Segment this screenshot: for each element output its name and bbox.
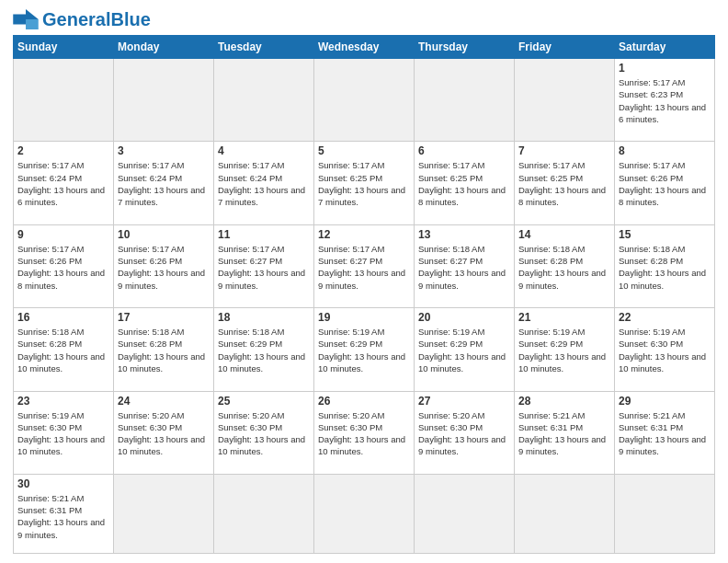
day-number: 4 (218, 144, 310, 157)
calendar-cell: 28Sunrise: 5:21 AM Sunset: 6:31 PM Dayli… (515, 391, 615, 474)
calendar-cell: 2Sunrise: 5:17 AM Sunset: 6:24 PM Daylig… (14, 142, 114, 224)
col-wednesday: Wednesday (314, 36, 415, 59)
calendar-cell: 12Sunrise: 5:17 AM Sunset: 6:27 PM Dayli… (314, 224, 415, 307)
day-info: Sunrise: 5:18 AM Sunset: 6:28 PM Dayligh… (518, 243, 610, 292)
day-info: Sunrise: 5:17 AM Sunset: 6:23 PM Dayligh… (619, 76, 711, 125)
day-info: Sunrise: 5:19 AM Sunset: 6:29 PM Dayligh… (518, 326, 610, 374)
day-number: 8 (619, 144, 711, 157)
calendar-cell: 1Sunrise: 5:17 AM Sunset: 6:23 PM Daylig… (615, 59, 715, 142)
calendar-cell: 9Sunrise: 5:17 AM Sunset: 6:26 PM Daylig… (14, 224, 114, 307)
day-number: 18 (218, 311, 310, 324)
day-number: 7 (518, 144, 610, 157)
calendar-cell: 19Sunrise: 5:19 AM Sunset: 6:29 PM Dayli… (314, 308, 415, 391)
day-info: Sunrise: 5:17 AM Sunset: 6:25 PM Dayligh… (318, 159, 410, 208)
calendar-cell: 17Sunrise: 5:18 AM Sunset: 6:28 PM Dayli… (114, 308, 214, 391)
calendar-cell (515, 59, 615, 142)
day-number: 3 (118, 144, 210, 157)
calendar-cell: 6Sunrise: 5:17 AM Sunset: 6:25 PM Daylig… (415, 142, 515, 224)
calendar-cell (515, 474, 615, 553)
day-info: Sunrise: 5:18 AM Sunset: 6:28 PM Dayligh… (17, 326, 109, 374)
day-info: Sunrise: 5:19 AM Sunset: 6:30 PM Dayligh… (17, 409, 109, 458)
day-info: Sunrise: 5:21 AM Sunset: 6:31 PM Dayligh… (619, 409, 711, 458)
calendar-cell (114, 59, 214, 142)
day-info: Sunrise: 5:21 AM Sunset: 6:31 PM Dayligh… (17, 492, 109, 541)
calendar-cell: 21Sunrise: 5:19 AM Sunset: 6:29 PM Dayli… (515, 308, 615, 391)
svg-marker-2 (26, 19, 39, 29)
day-number: 16 (17, 311, 109, 324)
day-info: Sunrise: 5:17 AM Sunset: 6:26 PM Dayligh… (118, 243, 210, 292)
day-number: 6 (418, 144, 510, 157)
calendar-cell: 29Sunrise: 5:21 AM Sunset: 6:31 PM Dayli… (615, 391, 715, 474)
day-info: Sunrise: 5:20 AM Sunset: 6:30 PM Dayligh… (118, 409, 210, 458)
calendar-cell (415, 474, 515, 553)
logo-general: General (42, 9, 110, 29)
calendar-cell: 3Sunrise: 5:17 AM Sunset: 6:24 PM Daylig… (114, 142, 214, 224)
svg-rect-0 (13, 15, 26, 25)
day-number: 10 (118, 228, 210, 241)
calendar-cell: 15Sunrise: 5:18 AM Sunset: 6:28 PM Dayli… (615, 224, 715, 307)
day-info: Sunrise: 5:18 AM Sunset: 6:28 PM Dayligh… (118, 326, 210, 374)
day-number: 21 (518, 311, 610, 324)
calendar-cell: 16Sunrise: 5:18 AM Sunset: 6:28 PM Dayli… (14, 308, 114, 391)
logo: GeneralBlue (13, 9, 151, 29)
calendar-cell: 22Sunrise: 5:19 AM Sunset: 6:30 PM Dayli… (615, 308, 715, 391)
page: GeneralBlue Sunday Monday Tuesday Wednes… (0, 0, 728, 563)
day-info: Sunrise: 5:17 AM Sunset: 6:25 PM Dayligh… (518, 159, 610, 208)
day-number: 30 (17, 477, 109, 490)
calendar-cell: 5Sunrise: 5:17 AM Sunset: 6:25 PM Daylig… (314, 142, 415, 224)
day-info: Sunrise: 5:18 AM Sunset: 6:28 PM Dayligh… (619, 243, 711, 292)
calendar-cell (615, 474, 715, 553)
logo-blue: Blue (110, 9, 150, 29)
calendar-cell: 7Sunrise: 5:17 AM Sunset: 6:25 PM Daylig… (515, 142, 615, 224)
day-info: Sunrise: 5:19 AM Sunset: 6:29 PM Dayligh… (318, 326, 410, 374)
calendar-cell: 11Sunrise: 5:17 AM Sunset: 6:27 PM Dayli… (214, 224, 314, 307)
day-info: Sunrise: 5:17 AM Sunset: 6:26 PM Dayligh… (619, 159, 711, 208)
calendar-cell (14, 59, 114, 142)
col-monday: Monday (114, 36, 214, 59)
day-info: Sunrise: 5:18 AM Sunset: 6:27 PM Dayligh… (418, 243, 510, 292)
day-number: 28 (518, 395, 610, 408)
col-tuesday: Tuesday (214, 36, 314, 59)
day-number: 9 (17, 228, 109, 241)
col-saturday: Saturday (615, 36, 715, 59)
day-info: Sunrise: 5:18 AM Sunset: 6:29 PM Dayligh… (218, 326, 310, 374)
day-number: 29 (619, 395, 711, 408)
calendar-cell: 24Sunrise: 5:20 AM Sunset: 6:30 PM Dayli… (114, 391, 214, 474)
calendar-cell: 20Sunrise: 5:19 AM Sunset: 6:29 PM Dayli… (415, 308, 515, 391)
logo-text: GeneralBlue (42, 10, 151, 29)
day-info: Sunrise: 5:20 AM Sunset: 6:30 PM Dayligh… (218, 409, 310, 458)
calendar-cell: 4Sunrise: 5:17 AM Sunset: 6:24 PM Daylig… (214, 142, 314, 224)
calendar-cell: 27Sunrise: 5:20 AM Sunset: 6:30 PM Dayli… (415, 391, 515, 474)
day-info: Sunrise: 5:19 AM Sunset: 6:30 PM Dayligh… (619, 326, 711, 374)
calendar-cell (415, 59, 515, 142)
day-number: 12 (318, 228, 410, 241)
day-number: 24 (118, 395, 210, 408)
day-number: 11 (218, 228, 310, 241)
day-number: 19 (318, 311, 410, 324)
calendar-cell (214, 59, 314, 142)
calendar-table: Sunday Monday Tuesday Wednesday Thursday… (13, 35, 715, 554)
day-info: Sunrise: 5:17 AM Sunset: 6:27 PM Dayligh… (218, 243, 310, 292)
day-info: Sunrise: 5:17 AM Sunset: 6:27 PM Dayligh… (318, 243, 410, 292)
calendar-cell: 25Sunrise: 5:20 AM Sunset: 6:30 PM Dayli… (214, 391, 314, 474)
calendar-cell (214, 474, 314, 553)
day-number: 23 (17, 395, 109, 408)
col-friday: Friday (515, 36, 615, 59)
calendar-cell: 23Sunrise: 5:19 AM Sunset: 6:30 PM Dayli… (14, 391, 114, 474)
col-sunday: Sunday (14, 36, 114, 59)
day-number: 15 (619, 228, 711, 241)
day-info: Sunrise: 5:21 AM Sunset: 6:31 PM Dayligh… (518, 409, 610, 458)
calendar-cell: 18Sunrise: 5:18 AM Sunset: 6:29 PM Dayli… (214, 308, 314, 391)
calendar-cell: 13Sunrise: 5:18 AM Sunset: 6:27 PM Dayli… (415, 224, 515, 307)
calendar-cell (314, 474, 415, 553)
day-info: Sunrise: 5:17 AM Sunset: 6:26 PM Dayligh… (17, 243, 109, 292)
calendar-cell: 26Sunrise: 5:20 AM Sunset: 6:30 PM Dayli… (314, 391, 415, 474)
day-info: Sunrise: 5:17 AM Sunset: 6:24 PM Dayligh… (218, 159, 310, 208)
day-number: 22 (619, 311, 711, 324)
day-number: 14 (518, 228, 610, 241)
day-number: 1 (619, 62, 711, 75)
day-number: 2 (17, 144, 109, 157)
calendar-cell: 10Sunrise: 5:17 AM Sunset: 6:26 PM Dayli… (114, 224, 214, 307)
day-number: 20 (418, 311, 510, 324)
calendar-cell: 30Sunrise: 5:21 AM Sunset: 6:31 PM Dayli… (14, 474, 114, 553)
